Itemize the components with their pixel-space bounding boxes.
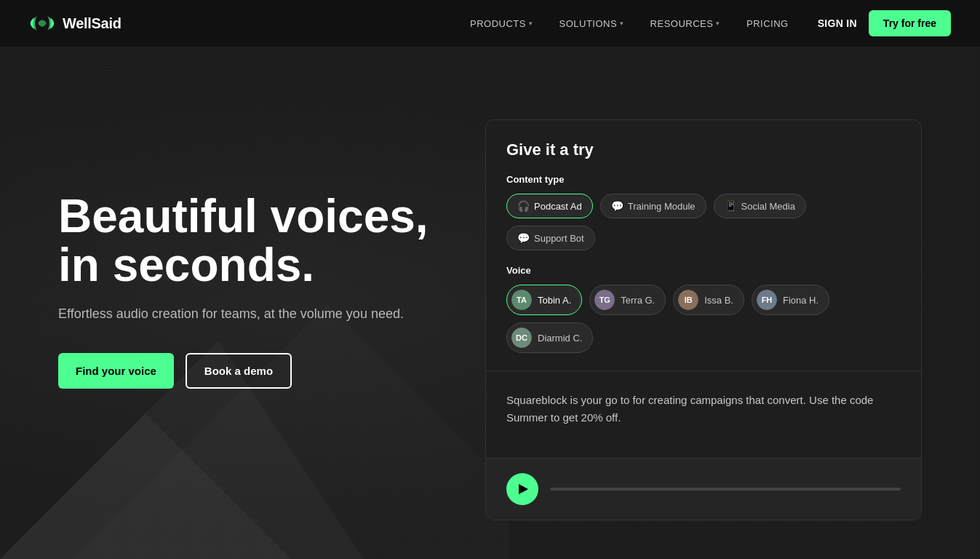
nav-actions: SIGN IN Try for free (818, 10, 951, 36)
progress-bar[interactable] (550, 488, 901, 491)
avatar-diarmid: DC (511, 328, 532, 348)
pill-support-bot[interactable]: 💬 Support Bot (506, 226, 595, 250)
avatar-terra: TG (594, 290, 615, 310)
chevron-down-icon: ▾ (529, 20, 533, 27)
book-demo-button[interactable]: Book a demo (186, 353, 292, 389)
nav-solutions[interactable]: SOLUTIONS ▾ (559, 18, 624, 29)
voice-issa-b[interactable]: IB Issa B. (673, 285, 744, 315)
hero-headline: Beautiful voices, in seconds. (58, 192, 480, 290)
logo[interactable]: WellSaid (29, 15, 121, 32)
voice-terra-g[interactable]: TG Terra G. (589, 285, 666, 315)
pill-training-module[interactable]: 💬 Training Module (600, 194, 706, 218)
card-player (486, 459, 921, 520)
pill-social-media[interactable]: 📱 Social Media (714, 194, 806, 218)
pill-podcast-ad[interactable]: 🎧 Podcast Ad (506, 194, 593, 218)
avatar-fiona: FH (757, 290, 777, 310)
nav-products[interactable]: PRODUCTS ▾ (470, 18, 533, 29)
voice-pills: TA Tobin A. TG Terra G. IB (506, 285, 901, 353)
card-preview-text: Squareblock is your go to for creating c… (486, 371, 921, 459)
content-type-label: Content type (506, 174, 901, 185)
svg-marker-2 (0, 413, 291, 559)
try-card-top: Give it a try Content type 🎧 Podcast Ad … (486, 120, 921, 371)
bot-icon: 💬 (517, 232, 530, 244)
hero-content: Beautiful voices, in seconds. Effortless… (58, 105, 480, 389)
sign-in-button[interactable]: SIGN IN (818, 17, 857, 29)
try-card: Give it a try Content type 🎧 Podcast Ad … (485, 119, 922, 520)
headphones-icon: 🎧 (517, 200, 530, 212)
card-title: Give it a try (506, 140, 901, 159)
hero-card-area: Give it a try Content type 🎧 Podcast Ad … (480, 105, 922, 520)
chat-icon: 💬 (611, 200, 624, 212)
logo-wordmark: WellSaid (63, 15, 121, 32)
hero-section: Beautiful voices, in seconds. Effortless… (0, 47, 980, 559)
navigation: WellSaid PRODUCTS ▾ SOLUTIONS ▾ RESOURCE… (0, 0, 980, 47)
voice-fiona-h[interactable]: FH Fiona H. (752, 285, 829, 315)
voice-diarmid-c[interactable]: DC Diarmid C. (506, 322, 593, 353)
voice-tobin-a[interactable]: TA Tobin A. (506, 285, 582, 315)
nav-resources[interactable]: RESOURCES ▾ (650, 18, 720, 29)
logo-icon (29, 15, 55, 32)
play-button[interactable] (506, 473, 538, 505)
content-type-pills: 🎧 Podcast Ad 💬 Training Module 📱 Social … (506, 194, 901, 250)
hero-ctas: Find your voice Book a demo (58, 353, 480, 389)
chevron-down-icon: ▾ (620, 20, 624, 27)
try-free-button[interactable]: Try for free (869, 10, 951, 36)
nav-links: PRODUCTS ▾ SOLUTIONS ▾ RESOURCES ▾ PRICI… (470, 18, 789, 29)
avatar-issa: IB (678, 290, 698, 310)
hero-subtext: Effortless audio creation for teams, at … (58, 304, 480, 324)
nav-pricing[interactable]: PRICING (746, 18, 789, 29)
phone-icon: 📱 (725, 200, 737, 212)
chevron-down-icon: ▾ (716, 20, 720, 27)
play-icon (519, 484, 528, 494)
avatar-tobin: TA (511, 290, 532, 310)
find-voice-button[interactable]: Find your voice (58, 353, 174, 389)
voice-label: Voice (506, 265, 901, 276)
